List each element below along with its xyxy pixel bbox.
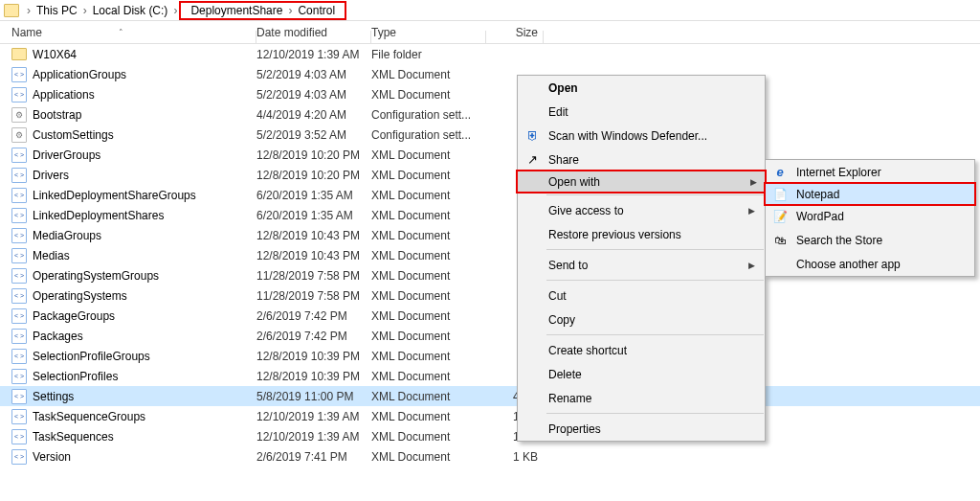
xml-file-icon: [11, 409, 27, 424]
file-row[interactable]: CustomSettings5/2/2019 3:52 AMConfigurat…: [0, 125, 980, 145]
menu-item[interactable]: Send to▶: [518, 253, 765, 277]
menu-item[interactable]: Create shortcut: [518, 338, 765, 362]
menu-separator: [546, 413, 764, 414]
xml-file-icon: [11, 349, 27, 364]
sort-ascending-icon: ˄: [119, 28, 123, 37]
file-row[interactable]: Applications5/2/2019 4:03 AMXML Document: [0, 84, 980, 104]
file-name: TaskSequenceGroups: [33, 410, 145, 423]
file-type: XML Document: [371, 350, 486, 363]
column-header-name[interactable]: Name ˄: [11, 26, 256, 39]
config-file-icon: [11, 107, 27, 123]
menu-item[interactable]: Delete: [518, 362, 765, 386]
xml-file-icon: [11, 329, 27, 344]
menu-item[interactable]: Rename: [518, 386, 765, 410]
file-row[interactable]: PackageGroups2/6/2019 7:42 PMXML Documen…: [0, 306, 980, 326]
menu-item-label: Cut: [548, 289, 567, 303]
file-name: Drivers: [33, 169, 69, 182]
chevron-right-icon[interactable]: ›: [286, 4, 294, 17]
file-date: 12/8/2019 10:39 PM: [256, 350, 371, 363]
file-row[interactable]: W10X6412/10/2019 1:39 AMFile folder: [0, 44, 980, 64]
chevron-right-icon[interactable]: ›: [25, 4, 33, 17]
ie-icon: e: [771, 164, 789, 181]
column-header-size[interactable]: Size: [486, 26, 544, 39]
menu-item[interactable]: Give access to▶: [518, 198, 765, 222]
menu-item[interactable]: Cut: [518, 284, 765, 307]
file-row[interactable]: ApplicationGroups5/2/2019 4:03 AMXML Doc…: [0, 64, 980, 84]
file-row[interactable]: Packages2/6/2019 7:42 PMXML Document: [0, 326, 980, 346]
file-name: OperatingSystemGroups: [33, 269, 159, 283]
file-date: 12/8/2019 10:20 PM: [256, 169, 371, 182]
menu-separator: [546, 280, 764, 281]
submenu-arrow-icon: ▶: [748, 261, 755, 270]
file-row[interactable]: Settings5/8/2019 11:00 PMXML Document4 K…: [0, 386, 980, 406]
xml-file-icon: [11, 248, 27, 263]
column-label: Name: [11, 26, 42, 39]
file-type: XML Document: [371, 410, 486, 423]
xml-file-icon: [11, 168, 27, 183]
breadcrumb[interactable]: › This PC › Local Disk (C:) › Deployment…: [0, 0, 980, 21]
file-row[interactable]: OperatingSystems11/28/2019 7:58 PMXML Do…: [0, 285, 980, 306]
xml-file-icon: [11, 208, 27, 223]
menu-item[interactable]: Copy: [518, 307, 765, 331]
submenu-item[interactable]: 📄Notepad: [764, 182, 976, 206]
menu-item[interactable]: ⛨Scan with Windows Defender...: [518, 124, 765, 148]
file-name: PackageGroups: [33, 309, 115, 323]
menu-item-label: Create shortcut: [548, 344, 627, 357]
file-date: 2/6/2019 7:42 PM: [256, 330, 371, 343]
column-header-date[interactable]: Date modified: [256, 26, 371, 39]
file-row[interactable]: Bootstrap4/4/2019 4:20 AMConfiguration s…: [0, 104, 980, 125]
menu-item-label: Delete: [548, 368, 582, 381]
file-date: 11/28/2019 7:58 PM: [256, 269, 371, 283]
menu-item-label: Copy: [548, 313, 575, 327]
menu-item[interactable]: Open with▶: [516, 170, 767, 194]
submenu-item-label: Internet Explorer: [796, 166, 881, 179]
file-name: Applications: [33, 88, 95, 102]
file-date: 5/8/2019 11:00 PM: [256, 390, 371, 403]
file-row[interactable]: SelectionProfiles12/8/2019 10:39 PMXML D…: [0, 366, 980, 386]
breadcrumb-item[interactable]: Control: [294, 2, 339, 19]
context-submenu-open-with[interactable]: eInternet Explorer📄Notepad📝WordPad🛍Searc…: [765, 159, 975, 277]
menu-item[interactable]: ↗Share: [518, 148, 765, 171]
chevron-right-icon[interactable]: ›: [81, 4, 89, 17]
submenu-item[interactable]: 📝WordPad: [766, 204, 974, 228]
submenu-item[interactable]: 🛍Search the Store: [766, 228, 974, 252]
chevron-right-icon[interactable]: ›: [171, 4, 179, 17]
breadcrumb-item[interactable]: This PC: [33, 2, 81, 19]
file-row[interactable]: TaskSequenceGroups12/10/2019 1:39 AMXML …: [0, 406, 980, 426]
breadcrumb-item[interactable]: DeploymentShare: [187, 2, 286, 19]
xml-file-icon: [11, 188, 27, 203]
file-date: 6/20/2019 1:35 AM: [256, 209, 371, 222]
submenu-item[interactable]: eInternet Explorer: [766, 160, 974, 184]
share-icon: ↗: [523, 151, 541, 169]
file-date: 12/8/2019 10:43 PM: [256, 229, 371, 242]
wordpad-icon: 📝: [771, 208, 789, 225]
menu-item-label: Open with: [548, 175, 600, 189]
file-size: 1 KB: [486, 450, 544, 464]
menu-item[interactable]: Restore previous versions: [518, 222, 765, 246]
file-type: XML Document: [371, 88, 486, 102]
file-date: 5/2/2019 3:52 AM: [256, 128, 371, 142]
file-type: XML Document: [371, 148, 486, 162]
folder-icon: [4, 4, 19, 17]
file-row[interactable]: SelectionProfileGroups12/8/2019 10:39 PM…: [0, 346, 980, 366]
file-row[interactable]: Version2/6/2019 7:41 PMXML Document1 KB: [0, 446, 980, 467]
column-label: Type: [371, 26, 396, 39]
context-menu[interactable]: OpenEdit⛨Scan with Windows Defender...↗S…: [517, 75, 766, 442]
column-header-type[interactable]: Type: [371, 26, 486, 39]
file-date: 2/6/2019 7:42 PM: [256, 309, 371, 323]
menu-item[interactable]: Properties: [518, 417, 765, 441]
xml-file-icon: [11, 429, 27, 444]
file-type: XML Document: [371, 430, 486, 444]
file-date: 12/10/2019 1:39 AM: [256, 410, 371, 423]
file-name: Bootstrap: [33, 108, 81, 122]
xml-file-icon: [11, 228, 27, 243]
file-name: W10X64: [33, 48, 77, 61]
file-name: Settings: [33, 390, 74, 403]
file-row[interactable]: TaskSequences12/10/2019 1:39 AMXML Docum…: [0, 426, 980, 446]
breadcrumb-item[interactable]: Local Disk (C:): [89, 2, 172, 19]
submenu-item[interactable]: Choose another app: [766, 252, 974, 276]
file-type: XML Document: [371, 289, 486, 303]
menu-item[interactable]: Edit: [518, 100, 765, 124]
file-type: XML Document: [371, 269, 486, 283]
menu-item[interactable]: Open: [518, 76, 765, 100]
